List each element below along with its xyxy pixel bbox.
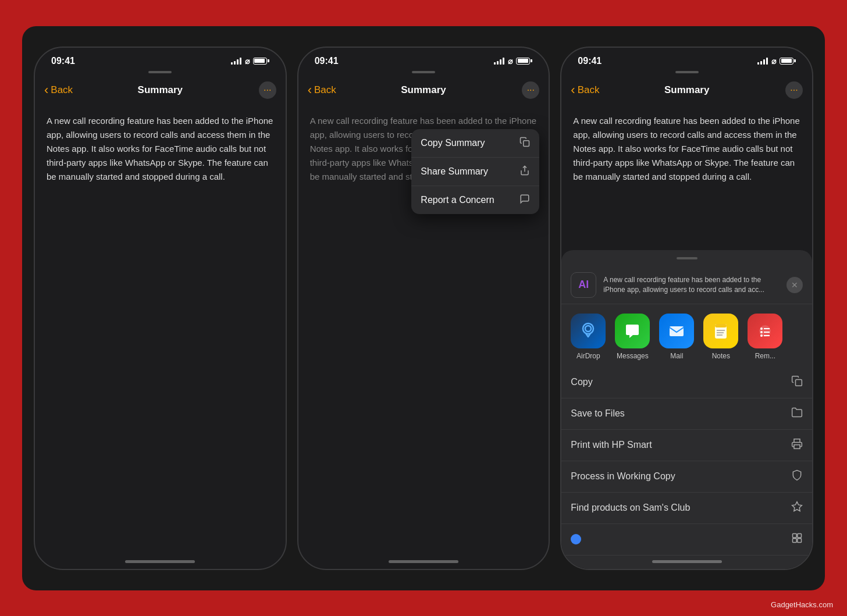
svg-rect-18 bbox=[794, 444, 800, 448]
app-item-notes[interactable]: Notes bbox=[703, 314, 738, 360]
back-button-2[interactable]: ‹ Back bbox=[308, 84, 336, 97]
nav-bar-3: ‹ Back Summary ··· bbox=[561, 78, 812, 105]
back-button-3[interactable]: ‹ Back bbox=[571, 84, 599, 97]
phones-row: 09:41 ⌀ ‹ bbox=[22, 26, 825, 590]
svg-rect-23 bbox=[798, 538, 802, 542]
share-action-print[interactable]: Print with HP Smart bbox=[561, 430, 812, 461]
app-item-messages[interactable]: Messages bbox=[615, 314, 650, 360]
status-icons-1: ⌀ bbox=[231, 56, 269, 66]
dot-indicator bbox=[571, 534, 581, 544]
share-preview: AI A new call recording feature has been… bbox=[561, 266, 812, 304]
signal-icon-1 bbox=[231, 58, 241, 65]
status-icons-2: ⌀ bbox=[494, 56, 532, 66]
back-label-2: Back bbox=[314, 84, 336, 96]
svg-point-11 bbox=[760, 327, 763, 330]
context-item-copy-label: Copy Summary bbox=[421, 138, 485, 148]
status-bar-3: 09:41 ⌀ bbox=[561, 48, 812, 71]
svg-rect-22 bbox=[793, 538, 797, 542]
share-sheet: AI A new call recording feature has been… bbox=[561, 250, 812, 569]
share-action-sams[interactable]: Find products on Sam's Club bbox=[561, 493, 812, 524]
svg-point-3 bbox=[583, 323, 593, 334]
print-action-icon bbox=[791, 438, 803, 453]
back-button-1[interactable]: ‹ Back bbox=[44, 84, 73, 97]
back-chevron-3: ‹ bbox=[571, 84, 575, 97]
copy-icon bbox=[519, 137, 530, 149]
files-action-icon bbox=[791, 407, 803, 421]
share-action-working[interactable]: Process in Working Copy bbox=[561, 461, 812, 493]
share-action-dot[interactable] bbox=[561, 524, 812, 556]
airdrop-label: AirDrop bbox=[576, 352, 600, 360]
back-label-3: Back bbox=[578, 84, 600, 96]
time-3: 09:41 bbox=[578, 56, 602, 66]
svg-point-13 bbox=[760, 331, 763, 333]
context-menu-2: Copy Summary Share Summary bbox=[411, 129, 539, 214]
status-icons-3: ⌀ bbox=[757, 56, 796, 66]
messages-app-icon bbox=[615, 314, 650, 348]
more-button-1[interactable]: ··· bbox=[259, 81, 276, 99]
nav-bar-2: ‹ Back Summary ··· bbox=[298, 78, 549, 105]
drag-handle-1 bbox=[148, 71, 172, 73]
share-action-print-label: Print with HP Smart bbox=[571, 440, 652, 450]
svg-point-15 bbox=[760, 334, 763, 337]
share-action-sams-label: Find products on Sam's Club bbox=[571, 503, 690, 513]
share-action-working-label: Process in Working Copy bbox=[571, 471, 675, 482]
wifi-icon-3: ⌀ bbox=[771, 56, 776, 66]
context-item-share[interactable]: Share Summary bbox=[411, 158, 539, 186]
context-item-report[interactable]: Report a Concern bbox=[411, 186, 539, 214]
phone-1: 09:41 ⌀ ‹ bbox=[34, 47, 287, 570]
battery-icon-3 bbox=[780, 58, 796, 65]
app-item-airdrop[interactable]: AirDrop bbox=[571, 314, 606, 360]
share-icon bbox=[519, 165, 530, 178]
svg-point-2 bbox=[585, 326, 591, 332]
svg-rect-0 bbox=[524, 140, 529, 146]
svg-rect-21 bbox=[798, 533, 802, 537]
app-item-mail[interactable]: Mail bbox=[659, 314, 694, 360]
back-chevron-2: ‹ bbox=[308, 84, 312, 97]
reminders-label: Rem... bbox=[755, 352, 775, 360]
share-close-button[interactable]: ✕ bbox=[787, 277, 803, 293]
copy-action-icon bbox=[791, 375, 803, 390]
context-item-report-label: Report a Concern bbox=[421, 195, 494, 205]
drag-handle-2 bbox=[412, 71, 435, 73]
messages-label: Messages bbox=[617, 352, 649, 360]
notes-app-icon bbox=[703, 314, 738, 348]
time-1: 09:41 bbox=[51, 56, 75, 66]
content-1: A new call recording feature has been ad… bbox=[35, 105, 286, 556]
svg-rect-17 bbox=[796, 379, 802, 386]
share-apps-row: AirDrop Messages bbox=[561, 309, 812, 367]
home-indicator-3 bbox=[652, 560, 722, 563]
more-button-3[interactable]: ··· bbox=[785, 81, 803, 99]
wifi-icon-1: ⌀ bbox=[245, 56, 250, 66]
battery-icon-2 bbox=[516, 58, 532, 65]
status-bar-1: 09:41 ⌀ bbox=[35, 48, 286, 71]
sams-action-icon bbox=[791, 501, 803, 515]
home-indicator-2 bbox=[389, 560, 458, 563]
signal-icon-2 bbox=[494, 58, 504, 65]
svg-marker-19 bbox=[792, 501, 802, 511]
svg-rect-6 bbox=[715, 324, 727, 327]
share-action-files-label: Save to Files bbox=[571, 408, 624, 419]
signal-icon-3 bbox=[757, 58, 768, 65]
mail-app-icon bbox=[659, 314, 694, 348]
watermark: GadgetHacks.com bbox=[771, 600, 833, 609]
main-container: 09:41 ⌀ ‹ bbox=[0, 0, 847, 616]
nav-title-1: Summary bbox=[138, 84, 183, 96]
more-button-2[interactable]: ··· bbox=[522, 81, 539, 99]
context-item-copy[interactable]: Copy Summary bbox=[411, 129, 539, 158]
battery-icon-1 bbox=[253, 58, 269, 65]
nav-title-3: Summary bbox=[664, 84, 709, 96]
app-item-reminders[interactable]: Rem... bbox=[748, 314, 782, 360]
working-action-icon bbox=[791, 469, 803, 484]
svg-rect-20 bbox=[793, 533, 797, 537]
share-preview-text: A new call recording feature has been ad… bbox=[603, 275, 780, 295]
phone-3: 09:41 ⌀ ‹ bbox=[560, 47, 813, 570]
notes-label: Notes bbox=[712, 352, 730, 360]
nav-bar-1: ‹ Back Summary ··· bbox=[35, 78, 286, 105]
share-action-files[interactable]: Save to Files bbox=[561, 398, 812, 430]
status-bar-2: 09:41 ⌀ bbox=[298, 48, 549, 71]
home-indicator-1 bbox=[125, 560, 195, 563]
share-action-copy[interactable]: Copy bbox=[561, 367, 812, 398]
share-action-copy-label: Copy bbox=[571, 377, 592, 387]
mail-label: Mail bbox=[670, 352, 683, 360]
context-item-share-label: Share Summary bbox=[421, 166, 488, 177]
